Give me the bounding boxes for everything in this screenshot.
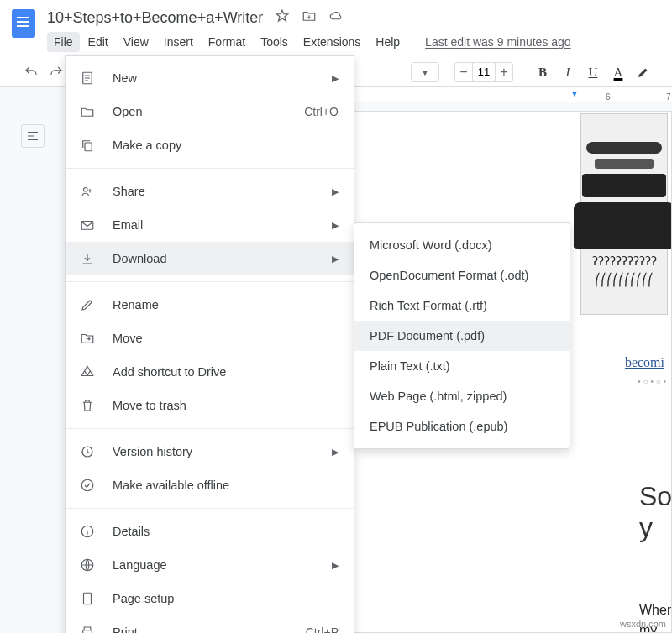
- download-epub[interactable]: EPUB Publication (.epub): [354, 411, 570, 442]
- rename-icon: [79, 296, 96, 313]
- menu-file[interactable]: File: [47, 32, 80, 52]
- docs-logo[interactable]: [7, 7, 40, 40]
- submenu-arrow-icon: ▶: [332, 73, 339, 84]
- bold-button[interactable]: B: [531, 60, 554, 84]
- email-icon: [79, 217, 96, 233]
- menu-item-page-setup[interactable]: Page setup: [66, 582, 354, 615]
- menu-item-new[interactable]: New ▶: [66, 61, 354, 95]
- menu-tools[interactable]: Tools: [254, 32, 295, 52]
- menu-insert[interactable]: Insert: [157, 32, 200, 52]
- menu-item-language[interactable]: Language ▶: [66, 548, 354, 582]
- document-image[interactable]: ʔʔʔʔʔʔʔʔʔʔʔ ⎛⎛⎛⎛⎛⎛⎛⎛⎛⎛: [580, 113, 668, 315]
- menu-extensions[interactable]: Extensions: [297, 32, 367, 52]
- download-rtf[interactable]: Rich Text Format (.rtf): [354, 290, 570, 321]
- menu-separator: [66, 281, 354, 282]
- print-icon: [79, 624, 96, 633]
- globe-icon: [79, 557, 96, 573]
- menu-item-download[interactable]: Download ▶: [66, 242, 354, 275]
- share-icon: [79, 183, 96, 200]
- menu-item-details[interactable]: Details: [66, 515, 354, 548]
- docs-icon: [12, 9, 35, 38]
- menu-bar: File Edit View Insert Format Tools Exten…: [47, 32, 672, 52]
- file-menu-dropdown: New ▶ Open Ctrl+O Make a copy Share ▶ Em…: [65, 55, 354, 633]
- submenu-arrow-icon: ▶: [332, 254, 339, 264]
- new-doc-icon: [79, 70, 96, 86]
- undo-button[interactable]: [18, 60, 44, 84]
- menu-item-version-history[interactable]: Version history ▶: [66, 435, 354, 468]
- menu-item-print[interactable]: Print Ctrl+P: [66, 615, 354, 633]
- menu-item-open[interactable]: Open Ctrl+O: [66, 95, 354, 128]
- header: 10+Steps+to+Become+a+Writer File Edit Vi…: [0, 0, 672, 52]
- doc-heading[interactable]: So y t: [639, 481, 672, 574]
- download-pdf[interactable]: PDF Document (.pdf): [354, 321, 570, 351]
- shortcut-label: Ctrl+O: [304, 105, 339, 118]
- menu-format[interactable]: Format: [202, 32, 252, 52]
- history-icon: [79, 443, 96, 460]
- last-edit-link[interactable]: Last edit was 9 minutes ago: [425, 35, 571, 49]
- menu-item-offline[interactable]: Make available offline: [66, 468, 354, 502]
- submenu-arrow-icon: ▶: [332, 220, 339, 231]
- submenu-arrow-icon: ▶: [332, 560, 339, 571]
- document-title[interactable]: 10+Steps+to+Become+a+Writer: [47, 9, 263, 27]
- menu-item-add-shortcut[interactable]: Add shortcut to Drive: [66, 355, 354, 389]
- download-submenu: Microsoft Word (.docx) OpenDocument Form…: [354, 222, 570, 449]
- outline-toggle[interactable]: [21, 124, 45, 148]
- svg-point-2: [84, 188, 88, 192]
- indent-marker-icon[interactable]: ▼: [570, 89, 579, 98]
- move-icon: [79, 330, 96, 347]
- font-size-value[interactable]: 11: [472, 63, 496, 81]
- page-setup-icon: [79, 590, 96, 607]
- download-docx[interactable]: Microsoft Word (.docx): [354, 230, 570, 260]
- drive-shortcut-icon: [79, 364, 96, 380]
- folder-open-icon: [79, 103, 96, 120]
- svg-rect-8: [84, 593, 92, 604]
- download-icon: [79, 250, 96, 267]
- menu-item-trash[interactable]: Move to trash: [66, 389, 354, 422]
- underline-button[interactable]: U: [581, 60, 605, 84]
- svg-point-5: [81, 479, 93, 491]
- style-dropdown[interactable]: ▼: [411, 62, 439, 82]
- font-size-control: − 11 +: [454, 62, 513, 82]
- menu-view[interactable]: View: [117, 32, 155, 52]
- highlight-button[interactable]: [632, 60, 655, 84]
- doc-link-text[interactable]: becomi: [625, 355, 664, 370]
- italic-button[interactable]: I: [556, 60, 580, 84]
- star-icon[interactable]: [275, 8, 290, 27]
- menu-item-move[interactable]: Move: [66, 322, 354, 355]
- font-size-decrease[interactable]: −: [455, 63, 472, 81]
- download-html[interactable]: Web Page (.html, zipped): [354, 381, 570, 411]
- menu-separator: [66, 428, 354, 429]
- copy-icon: [79, 137, 96, 154]
- menu-help[interactable]: Help: [369, 32, 407, 52]
- trash-icon: [79, 397, 96, 414]
- menu-item-make-copy[interactable]: Make a copy: [66, 128, 354, 162]
- svg-rect-1: [85, 143, 92, 151]
- menu-separator: [66, 508, 354, 509]
- menu-item-share[interactable]: Share ▶: [66, 175, 354, 208]
- menu-item-email[interactable]: Email ▶: [66, 208, 354, 242]
- info-icon: [79, 523, 96, 540]
- text-color-button[interactable]: A: [606, 60, 630, 84]
- menu-item-rename[interactable]: Rename: [66, 288, 354, 322]
- download-txt[interactable]: Plain Text (.txt): [354, 351, 570, 381]
- submenu-arrow-icon: ▶: [332, 186, 339, 197]
- menu-separator: [66, 168, 354, 169]
- doc-dots: • ○ • ○ •: [638, 377, 666, 386]
- cloud-status-icon[interactable]: [328, 8, 344, 27]
- submenu-arrow-icon: ▶: [332, 447, 339, 458]
- watermark: wsxdn.com: [620, 619, 666, 629]
- shortcut-label: Ctrl+P: [306, 625, 339, 633]
- move-folder-icon[interactable]: [302, 8, 317, 27]
- font-size-increase[interactable]: +: [496, 63, 512, 81]
- svg-rect-3: [81, 222, 93, 230]
- download-odt[interactable]: OpenDocument Format (.odt): [354, 260, 570, 290]
- menu-edit[interactable]: Edit: [81, 32, 115, 52]
- offline-icon: [79, 477, 96, 494]
